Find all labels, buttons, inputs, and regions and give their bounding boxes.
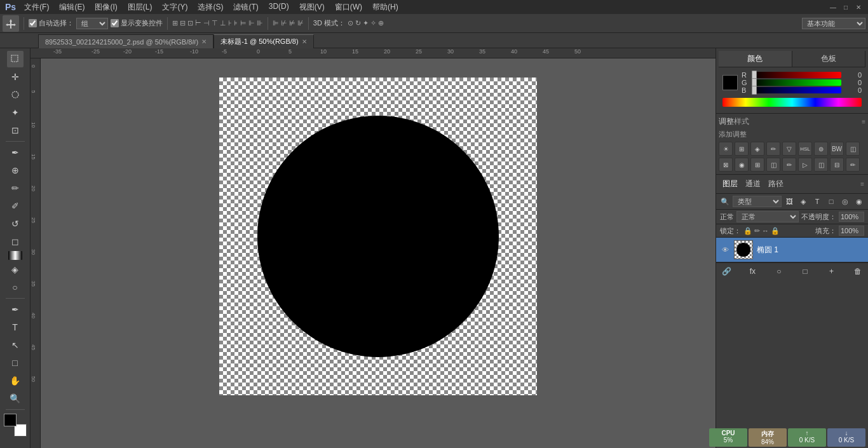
menu-file[interactable]: 文件(F) [20, 1, 53, 14]
foreground-color-box[interactable] [722, 75, 738, 90]
layers-filter-adjust[interactable]: ◈ [797, 195, 810, 208]
adj-gradient[interactable]: ✏ [782, 158, 796, 172]
layers-filter-type[interactable]: T [811, 195, 824, 208]
menu-3d[interactable]: 3D(D) [264, 1, 294, 14]
eyedropper-tool[interactable]: ✒ [7, 144, 24, 161]
show-transform-input[interactable] [111, 19, 119, 27]
menu-select[interactable]: 选择(S) [193, 1, 227, 14]
layer-item-ellipse[interactable]: 👁 椭圆 1 [716, 238, 868, 262]
adj-selectivecolor[interactable]: ▷ [798, 158, 812, 172]
menu-filter[interactable]: 滤镜(T) [229, 1, 262, 14]
fill-input[interactable] [839, 226, 864, 236]
layer-delete-btn[interactable]: 🗑 [851, 265, 864, 278]
menu-layer[interactable]: 图层(L) [123, 1, 157, 14]
hand-tool[interactable]: ✋ [7, 372, 24, 389]
gradient-tool[interactable] [8, 251, 22, 260]
adj-bw[interactable]: BW [830, 142, 844, 156]
adj-brightness[interactable]: ☀ [719, 142, 733, 156]
adj-threshold[interactable]: ◫ [766, 158, 780, 172]
blend-mode-select[interactable]: 正常 [736, 211, 799, 222]
layers-tab-layers[interactable]: 图层 [720, 177, 740, 191]
path-selection-tool[interactable]: ↖ [7, 337, 24, 353]
adj-colorbalance[interactable]: ⊚ [814, 142, 828, 156]
move-tool[interactable]: ✛ [7, 69, 24, 85]
layers-tab-paths[interactable]: 路径 [766, 177, 786, 191]
shape-tool[interactable]: □ [7, 355, 24, 371]
layers-filter-shape[interactable]: □ [825, 195, 837, 208]
menu-edit[interactable]: 编辑(E) [55, 1, 89, 14]
layers-tab-channels[interactable]: 通道 [743, 177, 763, 191]
layer-group-btn[interactable]: □ [799, 265, 811, 278]
layer-visibility-eye[interactable]: 👁 [720, 245, 730, 255]
layers-type-select[interactable]: 类型 [733, 196, 782, 207]
tab-file1-close[interactable]: ✕ [201, 38, 207, 45]
ruler-mark-v-10: 50 [31, 376, 36, 382]
color-selector[interactable] [4, 414, 27, 437]
adj-gradientmap[interactable]: ✏ [846, 158, 860, 172]
adj-invert[interactable]: ◉ [735, 158, 749, 172]
pen-tool[interactable]: ✒ [7, 301, 24, 318]
adj-posterize[interactable]: ⊞ [750, 158, 764, 172]
adj-curves[interactable]: ◈ [750, 142, 764, 156]
minimize-button[interactable]: — [829, 3, 837, 11]
tab-file1[interactable]: 8952533_002124215000_2.psd @ 50%(RGB/8#)… [38, 34, 214, 48]
tab-color[interactable]: 颜色 [719, 51, 792, 67]
b-slider-thumb[interactable] [752, 86, 757, 95]
maximize-button[interactable]: □ [841, 3, 850, 11]
auto-select-input[interactable] [29, 19, 37, 27]
type-tool[interactable]: T [7, 319, 24, 336]
dodge-tool[interactable]: ○ [7, 279, 24, 295]
workspace-dropdown[interactable]: 基本功能 [802, 18, 865, 29]
r-slider-track[interactable] [752, 72, 841, 78]
layer-mask-btn[interactable]: ○ [773, 265, 785, 278]
adj-hsl[interactable]: HSL [798, 142, 812, 156]
adj-channel[interactable]: ⊠ [719, 158, 733, 172]
adj-photo[interactable]: ◫ [846, 142, 860, 156]
b-slider-track[interactable] [752, 87, 841, 93]
layer-fx-btn[interactable]: fx [746, 265, 759, 278]
eraser-tool[interactable]: ◻ [7, 233, 24, 250]
menu-help[interactable]: 帮助(H) [368, 1, 403, 14]
layers-filter-pixel[interactable]: 🖼 [783, 195, 796, 208]
adj-expand[interactable]: ≡ [862, 118, 865, 125]
adj-pattern[interactable]: ⊟ [830, 158, 844, 172]
layers-search-icon[interactable]: 🔍 [719, 195, 731, 208]
layers-filter-smart[interactable]: ◎ [839, 195, 851, 208]
tab-swatches[interactable]: 色板 [792, 51, 866, 67]
brush-tool[interactable]: ✏ [7, 180, 24, 196]
adj-solid[interactable]: ◫ [814, 158, 828, 172]
adj-exposure[interactable]: ✏ [766, 142, 780, 156]
adj-vibrance[interactable]: ▽ [782, 142, 796, 156]
menu-image[interactable]: 图像(I) [90, 1, 121, 14]
menu-type[interactable]: 文字(Y) [158, 1, 192, 14]
canvas-area[interactable] [41, 58, 715, 448]
move-tool-icon[interactable] [3, 15, 19, 32]
blur-tool[interactable]: ◈ [7, 261, 24, 278]
layer-add-btn[interactable]: + [825, 265, 838, 278]
history-brush-tool[interactable]: ↺ [7, 215, 24, 232]
layers-panel-menu[interactable]: ≡ [860, 180, 864, 187]
color-spectrum-bar[interactable] [722, 98, 862, 107]
show-transform-checkbox[interactable]: 显示变换控件 [111, 18, 163, 28]
menu-view[interactable]: 视图(V) [295, 1, 329, 14]
foreground-color-swatch[interactable] [4, 414, 17, 426]
clone-tool[interactable]: ✐ [7, 198, 24, 214]
auto-select-dropdown[interactable]: 组 图层 [76, 18, 108, 29]
menu-window[interactable]: 窗口(W) [330, 1, 367, 14]
layer-link-btn[interactable]: 🔗 [720, 265, 733, 278]
g-slider-track[interactable] [752, 79, 841, 86]
layers-filter-toggle[interactable]: ◉ [853, 195, 865, 208]
heal-tool[interactable]: ⊕ [7, 162, 24, 179]
adj-levels[interactable]: ⊞ [735, 142, 749, 156]
crop-tool[interactable]: ⊡ [7, 122, 24, 139]
zoom-tool[interactable]: 🔍 [7, 390, 24, 407]
lasso-tool[interactable] [7, 86, 24, 103]
tab-file2-close[interactable]: ✕ [302, 38, 307, 45]
close-button[interactable]: ✕ [854, 3, 863, 11]
auto-select-checkbox[interactable]: 自动选择： [29, 18, 74, 28]
selection-tool[interactable] [7, 51, 24, 67]
magic-wand-tool[interactable]: ✦ [7, 104, 24, 121]
opacity-input[interactable] [839, 212, 864, 222]
styles-tab-label[interactable]: 样式 [734, 116, 749, 127]
tab-file2[interactable]: 未标题-1 @ 50%(RGB/8) ✕ [214, 34, 313, 48]
